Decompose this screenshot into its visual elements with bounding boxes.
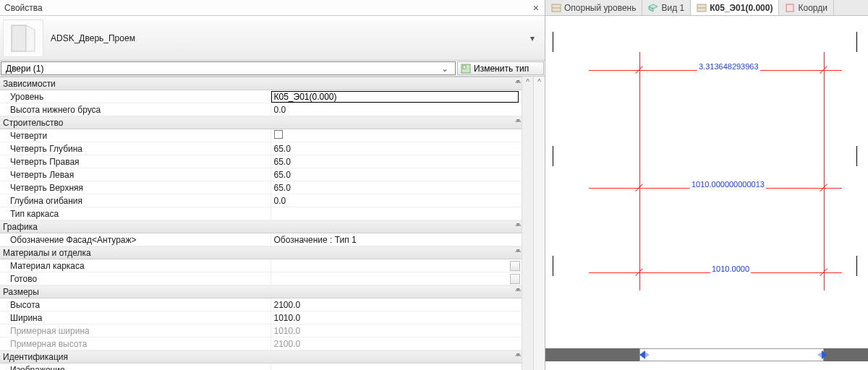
dimension-tick: [819, 183, 829, 193]
svg-marker-12: [645, 352, 650, 358]
tab-coord[interactable]: Коорди: [779, 0, 833, 15]
param-label: Примерная ширина: [0, 324, 271, 337]
param-row-height[interactable]: Высота 2100.0: [0, 298, 522, 311]
group-dimensions[interactable]: Размеры^^: [0, 285, 522, 298]
param-label: Четверть Глубина: [0, 142, 271, 155]
dimension-tick: [819, 65, 829, 75]
param-label: Высота: [0, 298, 271, 311]
param-row-quarter-right[interactable]: Четверть Правая 65.0: [0, 155, 522, 168]
param-value: 2100.0: [271, 337, 522, 350]
edit-type-button[interactable]: Изменить тип: [457, 61, 544, 75]
param-row-quarter-left[interactable]: Четверть Левая 65.0: [0, 168, 522, 181]
wall-segment[interactable]: [545, 348, 639, 361]
param-value[interactable]: [271, 363, 522, 371]
collapse-icon[interactable]: ^^: [516, 118, 522, 126]
param-row-finish[interactable]: Готово: [0, 272, 522, 285]
param-value[interactable]: 65.0: [271, 168, 522, 181]
tab-label: Вид 1: [661, 3, 684, 13]
dimension-tick: [634, 65, 644, 75]
param-value[interactable]: Обозначение : Тип 1: [271, 233, 522, 246]
param-row-approx-width: Примерная ширина 1010.0: [0, 324, 522, 337]
collapse-icon[interactable]: ^^: [516, 287, 522, 296]
floorplan-icon: [697, 4, 707, 12]
tab-ref-level[interactable]: Опорный уровень: [545, 0, 642, 15]
param-label: Обозначение Фасад<Антураж>: [0, 233, 271, 246]
level-input[interactable]: [271, 91, 519, 103]
chevron-down-icon[interactable]: ▾: [523, 33, 542, 43]
wall-segment[interactable]: [824, 348, 868, 361]
group-dependencies[interactable]: Зависимости^^: [0, 77, 522, 90]
flip-control-left[interactable]: [639, 350, 648, 359]
scroll-up-icon[interactable]: ^: [526, 77, 529, 87]
param-label: Ширина: [0, 311, 271, 324]
close-icon[interactable]: ×: [527, 2, 545, 14]
filter-row: Двери (1) ⌄ Изменить тип: [0, 61, 545, 77]
param-label: Глубина огибания: [0, 194, 271, 207]
scroll-up-icon[interactable]: ^: [537, 77, 541, 87]
dimension-value[interactable]: 1010.000000000013: [690, 180, 766, 189]
param-label: Изображение: [0, 363, 271, 371]
material-picker-button[interactable]: [510, 274, 520, 284]
sheet-icon: [785, 4, 795, 12]
param-label: Четверть Верхняя: [0, 181, 271, 194]
param-label: Материал каркаса: [0, 259, 271, 272]
tab-k05[interactable]: К05_Э01(0.000): [691, 0, 779, 15]
param-row-width[interactable]: Ширина 1010.0: [0, 311, 522, 324]
param-row-approx-height: Примерная высота 2100.0: [0, 337, 522, 350]
properties-title: Свойства: [0, 3, 43, 13]
param-value[interactable]: 65.0: [271, 142, 522, 155]
svg-marker-13: [817, 352, 822, 358]
param-row-frame-material[interactable]: Материал каркаса: [0, 259, 522, 272]
group-materials[interactable]: Материалы и отделка^^: [0, 246, 522, 259]
dimension-value[interactable]: 3.313648293963: [697, 62, 760, 71]
dimension-tick: [819, 267, 829, 278]
param-value[interactable]: 1010.0: [271, 311, 522, 324]
param-row-quarter-top[interactable]: Четверть Верхняя 65.0: [0, 181, 522, 194]
door-opening[interactable]: [639, 348, 824, 361]
edit-type-icon: [461, 64, 471, 74]
param-row-frame-type[interactable]: Тип каркаса: [0, 207, 522, 220]
material-picker-button[interactable]: [510, 261, 520, 271]
param-value[interactable]: [271, 207, 522, 220]
quarters-checkbox[interactable]: [274, 130, 283, 139]
axis-tick: [553, 32, 553, 52]
param-value[interactable]: 65.0: [271, 155, 522, 168]
param-label: Примерная высота: [0, 337, 271, 350]
group-graphics[interactable]: Графика^^: [0, 220, 522, 233]
family-selector[interactable]: ADSK_Дверь_Проем ▾: [0, 16, 545, 61]
axis-tick: [856, 146, 857, 166]
tab-label: Опорный уровень: [564, 3, 636, 13]
drawing-canvas[interactable]: 3.313648293963 1010.000000000013 1010.00…: [545, 16, 868, 370]
category-filter[interactable]: Двери (1) ⌄: [1, 61, 456, 75]
param-value[interactable]: 0.0: [271, 194, 522, 207]
collapse-icon[interactable]: ^^: [516, 352, 522, 361]
group-identification[interactable]: Идентификация^^: [0, 350, 522, 363]
dimension-value[interactable]: 1010.0000: [710, 264, 751, 273]
panel-scrollbar[interactable]: ^: [533, 77, 545, 370]
svg-marker-1: [26, 25, 35, 51]
param-row-sill-height[interactable]: Высота нижнего бруса 0.0: [0, 103, 522, 116]
collapse-icon[interactable]: ^^: [516, 248, 522, 257]
collapse-icon[interactable]: ^^: [516, 79, 522, 87]
properties-grid: Зависимости^^ Уровень Высота нижнего бру…: [0, 77, 522, 370]
chevron-down-icon[interactable]: ⌄: [439, 64, 451, 74]
param-row-facade-tag[interactable]: Обозначение Фасад<Антураж> Обозначение :…: [0, 233, 522, 246]
param-row-level[interactable]: Уровень: [0, 90, 522, 103]
tab-label: К05_Э01(0.000): [710, 3, 773, 13]
param-row-quarter-depth[interactable]: Четверть Глубина 65.0: [0, 142, 522, 155]
param-value[interactable]: 0.0: [271, 103, 522, 116]
dimension-witness: [824, 52, 825, 291]
collapse-icon[interactable]: ^^: [516, 222, 522, 231]
param-label: Тип каркаса: [0, 207, 271, 220]
svg-rect-10: [786, 4, 793, 12]
tab-view1[interactable]: Вид 1: [642, 0, 691, 15]
param-value[interactable]: 65.0: [271, 181, 522, 194]
param-row-image[interactable]: Изображение: [0, 363, 522, 371]
param-row-quarters[interactable]: Четверти: [0, 129, 522, 142]
param-value: 1010.0: [271, 324, 522, 337]
grid-scrollbar[interactable]: ^: [522, 77, 533, 370]
group-construction[interactable]: Строительство^^: [0, 116, 522, 129]
param-row-wrap-depth[interactable]: Глубина огибания 0.0: [0, 194, 522, 207]
param-value[interactable]: 2100.0: [271, 298, 522, 311]
flip-control-right[interactable]: [817, 350, 826, 359]
